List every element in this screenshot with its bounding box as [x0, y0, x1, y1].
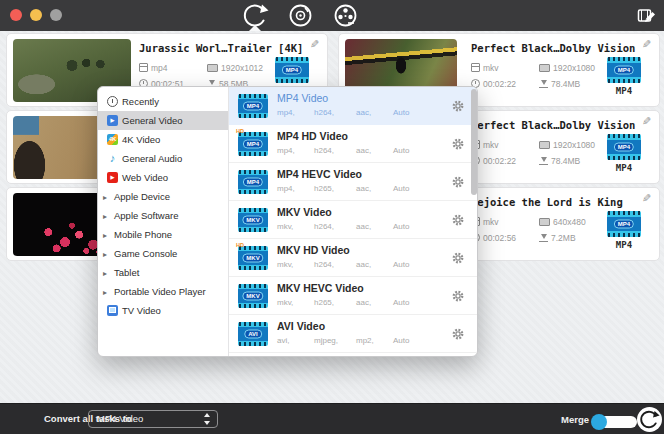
duration-meta: 00:02:22	[471, 79, 516, 89]
sidebar-item-general-video[interactable]: ▶General Video	[98, 111, 228, 130]
video-title: Jurassic Worl…Trailer [4K]	[139, 42, 309, 54]
minimize-window-button[interactable]	[30, 9, 42, 21]
settings-gear-icon[interactable]	[451, 213, 465, 227]
settings-gear-icon[interactable]	[451, 99, 465, 113]
settings-gear-icon[interactable]	[451, 137, 465, 151]
zoom-window-button[interactable]	[50, 9, 62, 21]
clock-icon	[107, 96, 118, 107]
avi-film-icon: AVI	[238, 322, 268, 346]
output-format-label: MP4	[607, 163, 641, 173]
settings-gear-icon[interactable]	[451, 175, 465, 189]
titlebar	[0, 0, 664, 31]
resolution-meta: 1920x1080	[539, 140, 595, 150]
mkv-film-icon: MKV	[238, 208, 268, 232]
sidebar-item-apple-device[interactable]: ▸Apple Device	[98, 187, 228, 206]
app-window: Jurassic Worl…Trailer [4K] mp4 1920x1012…	[0, 0, 664, 434]
chevron-right-icon: ▸	[103, 283, 112, 302]
resolution-meta: 1920x1080	[539, 63, 595, 73]
file-size-icon	[539, 80, 548, 88]
chevron-right-icon: ▸	[103, 226, 112, 245]
mp4-hevc-film-icon: MP4	[238, 170, 268, 194]
output-format-button[interactable]: MP4	[607, 211, 641, 237]
format-list: MP4 MP4 Video mp4,h264,aac,Auto HDMP4 MP…	[229, 87, 478, 356]
settings-gear-icon[interactable]	[451, 327, 465, 341]
mp4-hd-film-icon: HDMP4	[238, 132, 268, 156]
chevron-right-icon: ▸	[103, 245, 112, 264]
output-format-button[interactable]: MP4	[607, 134, 641, 160]
dvd-ripper-tab-icon[interactable]	[287, 2, 314, 29]
resolution-icon	[207, 64, 218, 72]
format-row-mp4-hevc-video[interactable]: MP4 MP4 HEVC Video mp4,h265,aac,Auto	[229, 163, 478, 201]
format-picker-popup: Recently ▶General Video 4K4K Video ♪Gene…	[97, 86, 478, 357]
edit-pencil-icon[interactable]: ✎	[642, 38, 651, 51]
video-title: Perfect Black…Dolby Vision 1	[471, 119, 641, 131]
format-row-mp4-hd-video[interactable]: HDMP4 MP4 HD Video mp4,h264,aac,Auto	[229, 125, 478, 163]
toolbox-tab-icon[interactable]	[332, 2, 359, 29]
sidebar-item-recently[interactable]: Recently	[98, 92, 228, 111]
media-editor-icon[interactable]	[637, 6, 657, 26]
edit-pencil-icon[interactable]: ✎	[310, 38, 319, 51]
sidebar-item-tablet[interactable]: ▸Tablet	[98, 263, 228, 282]
sidebar-item-portable-video-player[interactable]: ▸Portable Video Player	[98, 282, 228, 301]
file-size-icon	[539, 234, 548, 242]
chevron-right-icon: ▸	[103, 188, 112, 207]
format-category-sidebar: Recently ▶General Video 4K4K Video ♪Gene…	[98, 87, 229, 356]
file-format-icon	[139, 63, 148, 72]
format-row-avi-video[interactable]: AVI AVI Video avi,mjpeg,mp2,Auto	[229, 315, 478, 353]
select-stepper-icon	[203, 413, 212, 425]
sidebar-item-game-console[interactable]: ▸Game Console	[98, 244, 228, 263]
resolution-meta: 640x480	[539, 217, 586, 227]
format-row-mp4-video[interactable]: MP4 MP4 Video mp4,h264,aac,Auto	[229, 87, 478, 125]
edit-pencil-icon[interactable]: ✎	[642, 115, 651, 128]
sidebar-item-apple-software[interactable]: ▸Apple Software	[98, 206, 228, 225]
output-format-label: MP4	[607, 86, 641, 96]
settings-gear-icon[interactable]	[451, 251, 465, 265]
sidebar-item-web-video[interactable]: ▶Web Video	[98, 168, 228, 187]
4k-icon: 4K	[107, 134, 118, 145]
output-format-button[interactable]: MP4	[275, 57, 309, 83]
size-meta: 78.4MB	[539, 156, 580, 166]
mkv-hevc-film-icon: MKV	[238, 284, 268, 308]
resolution-meta: 1920x1012	[207, 63, 263, 73]
merge-toggle-knob[interactable]	[591, 414, 607, 430]
video-title: Perfect Black…Dolby Vision	[471, 42, 641, 54]
format-row-mkv-video[interactable]: MKV MKV Video mkv,h264,aac,Auto	[229, 201, 478, 239]
format-row-mkv-hevc-video[interactable]: MKV MKV HEVC Video mkv,h265,aac,Auto	[229, 277, 478, 315]
format-meta: mp4	[139, 63, 168, 73]
youtube-icon: ▶	[107, 172, 118, 183]
file-format-icon	[471, 63, 480, 72]
file-size-icon	[539, 157, 548, 165]
edit-pencil-icon[interactable]: ✎	[642, 192, 651, 205]
convert-button[interactable]	[637, 407, 662, 432]
tv-icon	[107, 305, 118, 316]
resolution-icon	[539, 141, 550, 149]
settings-gear-icon[interactable]	[451, 289, 465, 303]
mkv-hd-film-icon: HDMKV	[238, 246, 268, 270]
sidebar-item-4k-video[interactable]: 4K4K Video	[98, 130, 228, 149]
resolution-icon	[539, 64, 550, 72]
sidebar-item-general-audio[interactable]: ♪General Audio	[98, 149, 228, 168]
music-note-icon: ♪	[107, 153, 118, 164]
sidebar-item-tv-video[interactable]: TV Video	[98, 301, 228, 320]
size-meta: 7.2MB	[539, 233, 576, 243]
video-icon: ▶	[107, 115, 118, 126]
selected-tab-caret	[249, 25, 261, 31]
merge-toggle[interactable]	[592, 416, 637, 428]
convert-arrow-icon	[639, 409, 660, 430]
sidebar-item-mobile-phone[interactable]: ▸Mobile Phone	[98, 225, 228, 244]
mp4-film-icon: MP4	[238, 94, 268, 118]
popup-scrollbar[interactable]	[471, 89, 477, 195]
format-meta: mkv	[471, 63, 499, 73]
resolution-icon	[539, 218, 550, 226]
format-row-mkv-hd-video[interactable]: HDMKV MKV HD Video mkv,h264,aac,Auto	[229, 239, 478, 277]
output-preset-select[interactable]: MP4 Video	[88, 410, 218, 428]
bottom-bar: Convert all tasks to MP4 Video Merge	[0, 403, 664, 434]
size-meta: 78.4MB	[539, 79, 580, 89]
merge-label: Merge	[561, 414, 589, 425]
output-format-label: MP4	[607, 240, 641, 250]
chevron-right-icon: ▸	[103, 207, 112, 226]
video-title: Rejoice the Lord is King	[471, 196, 641, 208]
close-window-button[interactable]	[10, 9, 22, 21]
output-format-button[interactable]: MP4	[607, 57, 641, 83]
chevron-right-icon: ▸	[103, 264, 112, 283]
